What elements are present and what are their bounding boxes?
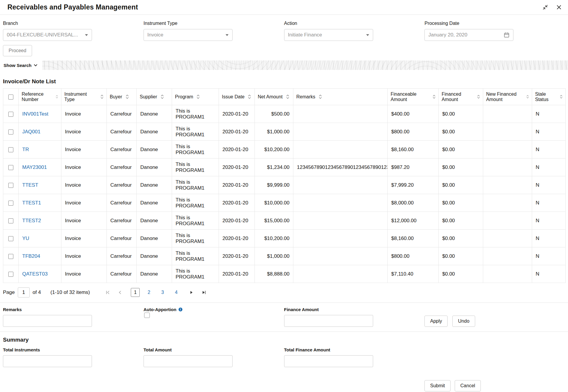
sort-icon[interactable] — [197, 95, 200, 99]
sort-icon[interactable] — [560, 95, 562, 99]
reference-link[interactable]: TFB204 — [22, 253, 40, 259]
row-checkbox[interactable] — [8, 218, 13, 223]
cell-new_financed_amount — [483, 123, 532, 141]
cell-new_financed_amount — [483, 247, 532, 265]
row-checkbox[interactable] — [8, 254, 13, 259]
cell-financed_amount: $0.00 — [439, 176, 483, 194]
last-page-icon[interactable] — [200, 290, 207, 295]
cell-buyer: Carrefour — [107, 194, 137, 212]
reference-link[interactable]: TTEST2 — [22, 218, 41, 223]
info-icon[interactable] — [179, 308, 182, 311]
processing-date-input[interactable]: January 20, 2020 — [424, 29, 513, 41]
cell-stale_status: N — [532, 212, 566, 230]
reference-link[interactable]: JAQ001 — [22, 129, 40, 135]
sort-icon[interactable] — [248, 95, 251, 99]
reference-link[interactable]: QATEST03 — [22, 271, 48, 277]
column-header[interactable]: Reference Number — [19, 89, 61, 105]
column-header[interactable]: Issue Date — [219, 89, 255, 105]
page-button-1[interactable]: 1 — [131, 288, 140, 297]
finance-amount-input[interactable] — [284, 315, 373, 327]
reference-link[interactable]: INV001Test — [22, 111, 48, 117]
select-all-checkbox[interactable] — [8, 95, 13, 100]
remarks-input[interactable] — [3, 315, 92, 327]
next-page-icon[interactable] — [188, 290, 195, 295]
previous-page-icon[interactable] — [117, 290, 124, 295]
page-button-3[interactable]: 3 — [158, 288, 167, 297]
cell-financed_amount: $0.00 — [439, 141, 483, 159]
cell-program: This is PROGRAM1 — [172, 230, 219, 247]
column-header[interactable]: Instrument Type — [61, 89, 107, 105]
filters-row: Branch 004-FLEXCUBE-UNIVERSAL... Instrum… — [3, 21, 565, 41]
column-label: Remarks — [296, 94, 315, 100]
close-icon[interactable] — [556, 5, 561, 10]
row-checkbox[interactable] — [8, 129, 13, 135]
row-select-cell — [3, 105, 19, 123]
row-checkbox[interactable] — [8, 201, 13, 206]
cell-net_amount: $9,999.00 — [255, 176, 293, 194]
branch-select[interactable]: 004-FLEXCUBE-UNIVERSAL... — [3, 29, 92, 41]
sort-icon[interactable] — [319, 95, 322, 99]
sort-icon[interactable] — [101, 95, 104, 99]
sort-icon[interactable] — [286, 95, 289, 99]
cell-supplier: Danone — [137, 176, 172, 194]
table-row: QATEST03InvoiceCarrefourDanoneThis is PR… — [3, 265, 566, 283]
show-search-toggle[interactable]: Show Search — [0, 60, 42, 70]
instrument-type-select[interactable]: Invoice — [144, 29, 233, 41]
cell-new_financed_amount — [483, 159, 532, 176]
cell-instrument_type: Invoice — [61, 141, 107, 159]
column-header[interactable]: Supplier — [137, 89, 172, 105]
first-page-icon[interactable] — [104, 290, 111, 295]
sort-icon[interactable] — [56, 95, 58, 99]
sort-icon[interactable] — [126, 95, 129, 99]
page-number-input[interactable] — [18, 287, 30, 297]
sort-icon[interactable] — [161, 95, 164, 99]
reference-link[interactable]: TTEST1 — [22, 200, 41, 206]
sort-icon[interactable] — [433, 95, 435, 99]
header-row: Reference NumberInstrument TypeBuyerSupp… — [3, 89, 566, 105]
row-checkbox[interactable] — [8, 112, 13, 117]
column-header[interactable]: Buyer — [107, 89, 137, 105]
reference-link[interactable]: TR — [22, 147, 29, 152]
column-header[interactable]: Remarks — [293, 89, 388, 105]
calendar-icon[interactable] — [504, 32, 510, 38]
cell-instrument_type: Invoice — [61, 105, 107, 123]
total-amount-input[interactable] — [144, 355, 233, 367]
column-header[interactable]: New Financed Amount — [483, 89, 532, 105]
page-of-label: of 4 — [33, 289, 41, 295]
total-finance-amount-input[interactable] — [284, 355, 373, 367]
total-instruments-input[interactable] — [3, 355, 92, 367]
column-header[interactable]: Net Amount — [255, 89, 293, 105]
submit-button[interactable]: Submit — [424, 380, 451, 391]
column-header[interactable]: Program — [172, 89, 219, 105]
column-header[interactable]: Stale Status — [532, 89, 566, 105]
column-header[interactable]: Financed Amount — [439, 89, 483, 105]
cell-stale_status: N — [532, 123, 566, 141]
page-number-list: 1234 — [131, 288, 181, 297]
reference-link[interactable]: TTEST — [22, 182, 38, 188]
cell-reference: MAY23001 — [19, 159, 61, 176]
cell-buyer: Carrefour — [107, 105, 137, 123]
cancel-button[interactable]: Cancel — [455, 380, 481, 391]
page-button-4[interactable]: 4 — [172, 288, 181, 297]
sort-icon[interactable] — [477, 95, 480, 99]
cell-program: This is PROGRAM1 — [172, 176, 219, 194]
select-all-header-cell — [3, 89, 19, 105]
row-checkbox[interactable] — [8, 183, 13, 188]
proceed-button[interactable]: Proceed — [3, 45, 32, 56]
action-select[interactable]: Initiate Finance — [284, 29, 373, 41]
apply-button[interactable]: Apply — [424, 316, 448, 327]
row-select-cell — [3, 212, 19, 230]
cell-program: This is PROGRAM1 — [172, 141, 219, 159]
column-header[interactable]: Financeable Amount — [388, 89, 439, 105]
undo-button[interactable]: Undo — [452, 316, 475, 327]
reference-link[interactable]: YU — [22, 236, 29, 241]
sort-icon[interactable] — [526, 95, 529, 99]
row-checkbox[interactable] — [8, 272, 13, 277]
reference-link[interactable]: MAY23001 — [22, 164, 47, 170]
page-button-2[interactable]: 2 — [144, 288, 153, 297]
row-checkbox[interactable] — [8, 236, 13, 241]
row-checkbox[interactable] — [8, 147, 13, 152]
page-label: Page — [3, 289, 15, 295]
collapse-window-icon[interactable] — [542, 4, 548, 10]
row-checkbox[interactable] — [8, 165, 13, 170]
